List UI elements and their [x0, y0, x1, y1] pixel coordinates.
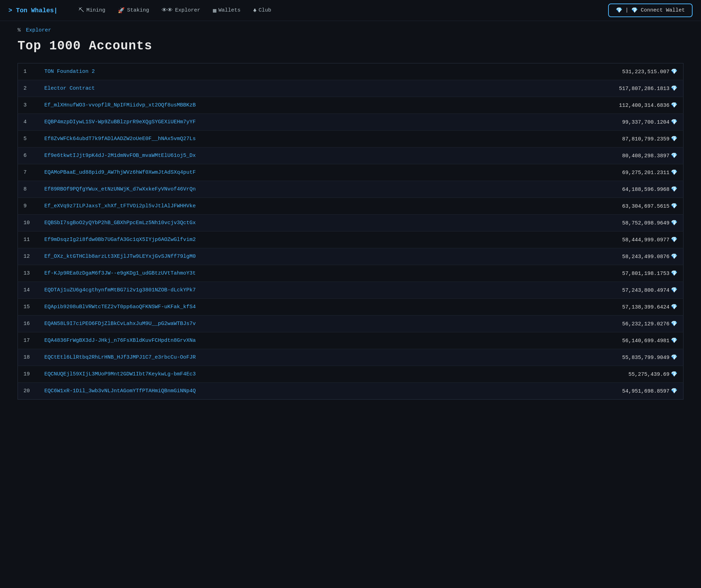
table-row: 12Ef_OXz_ktGTHClb8arzLt3XEjlJTw9LEYxjGvS… — [18, 248, 683, 265]
rank-cell: 3 — [18, 97, 39, 114]
connect-wallet-label: Connect Wallet — [641, 7, 685, 13]
balance-diamond-icon: 💎 — [671, 288, 678, 293]
rank-cell: 2 — [18, 80, 39, 97]
balance-cell: 55,275,439.69💎 — [592, 366, 683, 383]
balance-diamond-icon: 💎 — [671, 271, 678, 277]
table-row: 11Ef9mDsqzIg2i8fdw0Bb7UGafA3Gc1qX5IYjp6A… — [18, 231, 683, 248]
address-cell[interactable]: Ef8ZvWFCk64ubdT7k9fADlAADZW2oUeE0F__hNAx… — [39, 131, 592, 147]
rank-cell: 4 — [18, 114, 39, 131]
balance-cell: 57,138,399.6424💎 — [592, 299, 683, 316]
address-cell[interactable]: Ef89RBOf9PQfgYWux_etNzUNWjK_d7wXxkeFyVNv… — [39, 181, 592, 198]
balance-cell: 57,801,198.1753💎 — [592, 265, 683, 282]
balance-cell: 69,275,201.2311💎 — [592, 164, 683, 181]
address-cell[interactable]: EQBSbI7sgBoO2yQYbP2hB_GBXhPpcEmLz5Nh10vc… — [39, 215, 592, 231]
balance-cell: 56,232,129.0276💎 — [592, 316, 683, 332]
balance-diamond-icon: 💎 — [671, 136, 678, 142]
table-row: 20EQC6W1xR-1Dil_3wb3vNLJntAGomYTfPTAHmiQ… — [18, 383, 683, 400]
rank-cell: 17 — [18, 332, 39, 349]
balance-cell: 54,951,698.8597💎 — [592, 383, 683, 400]
mining-icon: ⛏ — [79, 7, 84, 14]
address-cell[interactable]: EQDTAj1uZU6g4cgthynfmMtBG7i2v1g3801NZOB-… — [39, 282, 592, 299]
nav-mining[interactable]: ⛏ Mining — [79, 7, 105, 14]
site-logo[interactable]: > Ton Whales| — [8, 7, 57, 14]
connect-wallet-button[interactable]: 💎 | 💎 Connect Wallet — [608, 4, 693, 17]
nav-wallets[interactable]: ▦ Wallets — [213, 7, 240, 14]
accounts-table-container: 1TON Foundation 2531,223,515.007💎2Electo… — [0, 63, 701, 414]
page-title: Top 1000 Accounts — [0, 36, 701, 63]
club-icon: ♣ — [253, 7, 257, 14]
balance-diamond-icon: 💎 — [671, 69, 678, 75]
address-cell[interactable]: EQAMoPBaaE_ud88pid9_AW7hjWVz6hWf0XwmJtAd… — [39, 164, 592, 181]
address-cell[interactable]: TON Foundation 2 — [39, 63, 592, 80]
balance-diamond-icon: 💎 — [671, 153, 678, 159]
rank-cell: 1 — [18, 63, 39, 80]
balance-diamond-icon: 💎 — [671, 355, 678, 361]
diamond-icon-right: 💎 — [631, 7, 638, 14]
table-row: 9Ef_eXVq9z7ILPJaxsT_xhXf_tFTVOi2pl5vJtlA… — [18, 198, 683, 215]
rank-cell: 15 — [18, 299, 39, 316]
nav-club[interactable]: ♣ Club — [253, 7, 271, 14]
explorer-icon: 👁👁 — [162, 7, 173, 14]
table-row: 3Ef_mlXHnufWO3-vvopflR_NpIFMiidvp_xt2OQf… — [18, 97, 683, 114]
balance-diamond-icon: 💎 — [671, 372, 678, 378]
table-row: 10EQBSbI7sgBoO2yQYbP2hB_GBXhPpcEmLz5Nh10… — [18, 215, 683, 231]
accounts-table: 1TON Foundation 2531,223,515.007💎2Electo… — [18, 63, 683, 400]
address-cell[interactable]: Ef_eXVq9z7ILPJaxsT_xhXf_tFTVOi2pl5vJtlAl… — [39, 198, 592, 215]
table-row: 1TON Foundation 2531,223,515.007💎 — [18, 63, 683, 80]
table-row: 8Ef89RBOf9PQfgYWux_etNzUNWjK_d7wXxkeFyVN… — [18, 181, 683, 198]
balance-diamond-icon: 💎 — [671, 254, 678, 260]
rank-cell: 18 — [18, 349, 39, 366]
balance-diamond-icon: 💎 — [671, 103, 678, 109]
balance-cell: 63,304,697.5615💎 — [592, 198, 683, 215]
address-cell[interactable]: Ef-KJp9REa0zDgaM6f3JW--e9gKDg1_udGBtzUVt… — [39, 265, 592, 282]
table-row: 2Elector Contract517,807,286.1813💎 — [18, 80, 683, 97]
address-cell[interactable]: EQCNUQEjl59XIjL3MUoP9Mnt2GDW1Ibt7KeykwLg… — [39, 366, 592, 383]
balance-cell: 58,444,999.0977💎 — [592, 231, 683, 248]
table-row: 13Ef-KJp9REa0zDgaM6f3JW--e9gKDg1_udGBtzU… — [18, 265, 683, 282]
address-cell[interactable]: EQCtEtl6LlRtbq2RhLrHNB_HJf3JMPJ1C7_e3rbc… — [39, 349, 592, 366]
balance-diamond-icon: 💎 — [671, 86, 678, 92]
rank-cell: 5 — [18, 131, 39, 147]
address-cell[interactable]: Ef_OXz_ktGTHClb8arzLt3XEjlJTw9LEYxjGvSJN… — [39, 248, 592, 265]
table-row: 6Ef9e6tkwtIJjt9pK4dJ-2M1dmNvFOB_mvaWMtEl… — [18, 147, 683, 164]
rank-cell: 13 — [18, 265, 39, 282]
balance-cell: 87,810,799.2359💎 — [592, 131, 683, 147]
rank-cell: 9 — [18, 198, 39, 215]
rank-cell: 7 — [18, 164, 39, 181]
table-row: 14EQDTAj1uZU6g4cgthynfmMtBG7i2v1g3801NZO… — [18, 282, 683, 299]
navbar: > Ton Whales| ⛏ Mining 🚀 Staking 👁👁 Expl… — [0, 0, 701, 21]
rank-cell: 11 — [18, 231, 39, 248]
rank-cell: 8 — [18, 181, 39, 198]
balance-diamond-icon: 💎 — [671, 237, 678, 243]
nav-staking[interactable]: 🚀 Staking — [118, 7, 149, 14]
nav-wallets-label: Wallets — [218, 7, 240, 13]
table-row: 7EQAMoPBaaE_ud88pid9_AW7hjWVz6hWf0XwmJtA… — [18, 164, 683, 181]
nav-explorer-label: Explorer — [175, 7, 200, 13]
address-cell[interactable]: EQC6W1xR-1Dil_3wb3vNLJntAGomYTfPTAHmiQBn… — [39, 383, 592, 400]
breadcrumb-label[interactable]: Explorer — [26, 27, 51, 33]
balance-diamond-icon: 💎 — [671, 203, 678, 209]
balance-diamond-icon: 💎 — [671, 388, 678, 394]
address-cell[interactable]: Ef9mDsqzIg2i8fdw0Bb7UGafA3Gc1qX5IYjp6AOZ… — [39, 231, 592, 248]
balance-diamond-icon: 💎 — [671, 220, 678, 226]
balance-cell: 99,337,700.1204💎 — [592, 114, 683, 131]
nav-explorer[interactable]: 👁👁 Explorer — [162, 7, 200, 14]
address-cell[interactable]: EQBP4mzpDIywL1SV-Wp9ZuBBlzprR9eXQgSYGEXi… — [39, 114, 592, 131]
rank-cell: 12 — [18, 248, 39, 265]
table-row: 5Ef8ZvWFCk64ubdT7k9fADlAADZW2oUeE0F__hNA… — [18, 131, 683, 147]
balance-cell: 55,835,799.9049💎 — [592, 349, 683, 366]
balance-diamond-icon: 💎 — [671, 119, 678, 125]
staking-icon: 🚀 — [118, 7, 125, 14]
address-cell[interactable]: EQA4836FrWgBX3dJ-JHkj_n76FsXBldKuvFCHpdt… — [39, 332, 592, 349]
address-cell[interactable]: Elector Contract — [39, 80, 592, 97]
address-cell[interactable]: EQAN58L9I7ciPEO6FDjZlBkCvLahxJuM9U__pG2w… — [39, 316, 592, 332]
rank-cell: 19 — [18, 366, 39, 383]
address-cell[interactable]: Ef9e6tkwtIJjt9pK4dJ-2M1dmNvFOB_mvaWMtElU… — [39, 147, 592, 164]
balance-cell: 56,140,699.4981💎 — [592, 332, 683, 349]
table-row: 16EQAN58L9I7ciPEO6FDjZlBkCvLahxJuM9U__pG… — [18, 316, 683, 332]
address-cell[interactable]: EQApib9208uBlVRWtcTEZ2vT0pp6aoQFKNSWF-uK… — [39, 299, 592, 316]
table-row: 19EQCNUQEjl59XIjL3MUoP9Mnt2GDW1Ibt7Keykw… — [18, 366, 683, 383]
rank-cell: 6 — [18, 147, 39, 164]
balance-cell: 112,400,314.6836💎 — [592, 97, 683, 114]
address-cell[interactable]: Ef_mlXHnufWO3-vvopflR_NpIFMiidvp_xt2OQf8… — [39, 97, 592, 114]
